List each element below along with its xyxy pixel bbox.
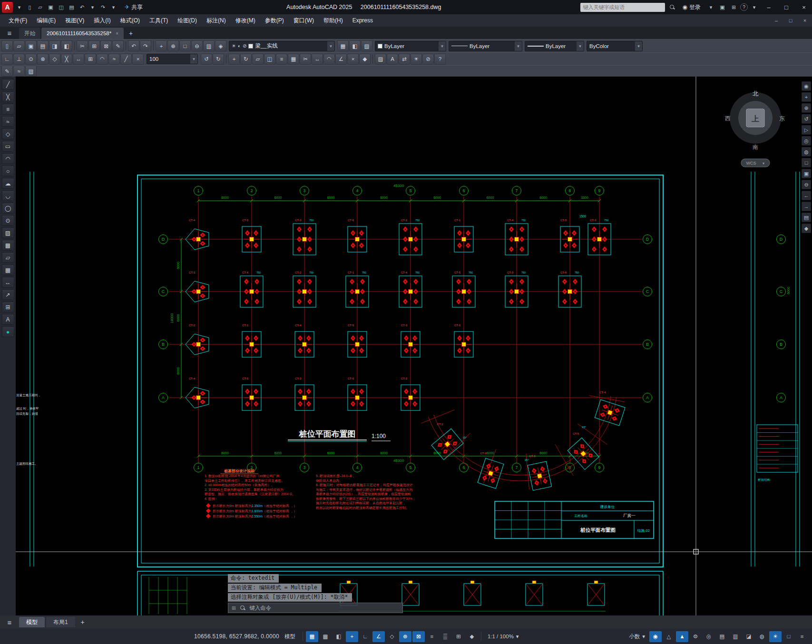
window-close-button[interactable]: ×: [796, 0, 812, 14]
full-navigation-wheel-button[interactable]: ◉: [802, 81, 811, 91]
menu-文件F[interactable]: 文件(F): [4, 14, 32, 27]
menu-绘图D[interactable]: 绘图(D): [173, 14, 202, 27]
linetype-combo[interactable]: ByLayer ▾: [449, 41, 522, 51]
show-motion-button[interactable]: ▷: [802, 125, 811, 135]
help-search-box[interactable]: [580, 3, 665, 12]
3d-tools-button[interactable]: ◆: [802, 224, 811, 233]
rotate-button[interactable]: ↻: [240, 54, 252, 65]
drawing-canvas[interactable]: 112233445566778899DDCCBBAA60006000600060…: [16, 77, 812, 615]
object-snap-button[interactable]: ⊠: [412, 631, 425, 642]
combo-caret-icon[interactable]: ▾: [190, 54, 197, 64]
toolbar-help-button[interactable]: ?: [434, 54, 446, 65]
chamfer-button[interactable]: ∠: [335, 54, 347, 65]
mini-wheel-button[interactable]: ◍: [802, 147, 811, 156]
lineweight-display-button[interactable]: ≡: [426, 631, 438, 642]
combo-caret-icon[interactable]: ▾: [635, 41, 642, 51]
leader-button[interactable]: ↗: [2, 289, 14, 300]
quick-properties-button[interactable]: ▥: [729, 631, 742, 642]
hatch-edit-button[interactable]: ▨: [375, 54, 386, 65]
scale-button[interactable]: ▱: [252, 54, 264, 65]
polygon-button[interactable]: ◇: [2, 128, 14, 139]
new-file-button[interactable]: ▯: [25, 2, 35, 12]
zoom-previous-button[interactable]: ⊖: [802, 180, 811, 189]
regen-button[interactable]: ↻: [213, 54, 224, 65]
redo-list-button[interactable]: ▾: [108, 2, 118, 12]
mirror-button[interactable]: ◫: [264, 54, 275, 65]
dynamic-input-button[interactable]: +: [346, 631, 358, 642]
ellipse-button[interactable]: ◯: [2, 203, 14, 214]
undo-list-button[interactable]: ▾: [88, 2, 98, 12]
snap-tangent-button[interactable]: ◠: [97, 54, 108, 65]
doc-minimize-button[interactable]: –: [769, 15, 783, 26]
steering-wheel-button[interactable]: ◎: [802, 136, 811, 146]
undo-button[interactable]: ↶: [77, 2, 87, 12]
customization-button[interactable]: ≡: [796, 631, 808, 642]
plot-preview-button[interactable]: ◨: [49, 40, 60, 51]
move-button[interactable]: +: [228, 54, 240, 65]
graphics-performance-button[interactable]: ☀: [769, 631, 782, 642]
combo-caret-icon[interactable]: ▾: [439, 41, 446, 51]
offset-button[interactable]: ≡: [276, 54, 287, 65]
snap-extension-button[interactable]: ↔: [73, 54, 84, 65]
tab-start[interactable]: 开始: [19, 28, 40, 39]
isolate-objects-button[interactable]: ◍: [756, 631, 768, 642]
workspace-switching-button[interactable]: ⚙: [689, 631, 702, 642]
menu-编辑E[interactable]: 编辑(E): [32, 14, 60, 27]
save-button[interactable]: ▣: [25, 40, 37, 51]
arc-button[interactable]: ◠: [2, 153, 14, 164]
autoscale-button[interactable]: △: [663, 631, 675, 642]
circle-button[interactable]: ○: [2, 166, 14, 176]
plot-style-combo[interactable]: ByColor ▾: [587, 41, 643, 51]
cut-clip-button[interactable]: ✂: [77, 40, 88, 51]
orbit-button[interactable]: ↺: [802, 114, 811, 124]
entity-layer-combo[interactable]: ☀ ◐ ⊘ 梁__实线 ▾: [229, 41, 335, 51]
open-file-button[interactable]: ▱: [35, 2, 45, 12]
save-file-button[interactable]: ▣: [46, 2, 56, 12]
gradient-button[interactable]: ▩: [2, 240, 14, 251]
share-button[interactable]: ✈ 共享: [120, 3, 147, 11]
pan-realtime-button[interactable]: +: [156, 40, 167, 51]
menu-Express[interactable]: Express: [348, 14, 378, 27]
units-button[interactable]: ▤: [716, 631, 728, 642]
multiline-button[interactable]: ≡: [2, 104, 14, 115]
help-caret-button[interactable]: ▾: [749, 2, 759, 12]
layout-menu-button[interactable]: ≡: [1, 615, 18, 629]
snap-nearest-button[interactable]: ≈: [108, 54, 120, 65]
edit-polyline-button[interactable]: ✎: [1, 66, 13, 77]
3d-object-snap-button[interactable]: ◆: [466, 631, 478, 642]
doc-close-button[interactable]: ×: [798, 15, 812, 26]
zoom-realtime-button[interactable]: ⊕: [167, 40, 179, 51]
layer-states-button[interactable]: ▧: [361, 40, 372, 51]
menu-参数P[interactable]: 参数(P): [260, 14, 289, 27]
layer-combo[interactable]: ByLayer ▾: [375, 41, 446, 51]
polar-tracking-button[interactable]: ∠: [372, 631, 385, 642]
match-properties-button[interactable]: ✎: [112, 40, 124, 51]
zoom-previous-button[interactable]: ⊖: [191, 40, 203, 51]
model-space-button[interactable]: 模型: [280, 631, 300, 642]
window-minimize-button[interactable]: –: [761, 0, 777, 14]
new-layout-button[interactable]: +: [77, 617, 89, 627]
zoom-button[interactable]: ⊕: [802, 103, 811, 113]
revision-cloud-button[interactable]: ☁: [2, 178, 14, 189]
isometric-drafting-button[interactable]: ◇: [386, 631, 398, 642]
snap-quadrant-button[interactable]: ◇: [49, 54, 60, 65]
object-snap-tracking-button[interactable]: ⊕: [399, 631, 411, 642]
publish-button[interactable]: ◧: [61, 40, 72, 51]
point-button[interactable]: ⊙: [2, 215, 14, 226]
sign-in-button[interactable]: ◉ 登录: [679, 3, 704, 11]
text-edit-button[interactable]: A: [387, 54, 398, 65]
login-caret-button[interactable]: ▾: [706, 2, 716, 12]
snap-intersection-button[interactable]: ╳: [61, 54, 72, 65]
array-button[interactable]: ▦: [288, 54, 299, 65]
point-style-button[interactable]: ●: [2, 326, 14, 337]
grid-display-button[interactable]: ▦: [306, 631, 318, 642]
tab-model[interactable]: 模型: [19, 617, 45, 627]
tab-document[interactable]: 200610111160543535258* ×: [41, 28, 124, 39]
combo-caret-icon[interactable]: ▾: [327, 41, 334, 51]
plot-button[interactable]: ▤: [37, 40, 49, 51]
view-forward-button[interactable]: →: [802, 202, 811, 211]
polyline-button[interactable]: ≈: [2, 116, 14, 127]
transparency-button[interactable]: ▒: [439, 631, 451, 642]
window-maximize-button[interactable]: □: [778, 0, 794, 14]
snap-center-button[interactable]: ⊙: [25, 54, 37, 65]
